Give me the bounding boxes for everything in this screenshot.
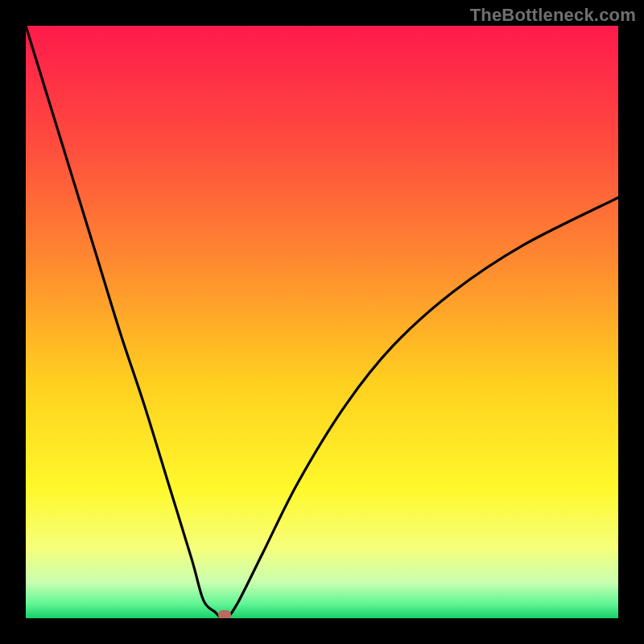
chart-frame: TheBottleneck.com bbox=[0, 0, 644, 644]
watermark-text: TheBottleneck.com bbox=[470, 5, 636, 26]
optimal-point-marker bbox=[218, 610, 231, 618]
plot-area bbox=[26, 26, 618, 618]
curve-layer bbox=[26, 26, 618, 618]
bottleneck-curve bbox=[26, 26, 618, 618]
